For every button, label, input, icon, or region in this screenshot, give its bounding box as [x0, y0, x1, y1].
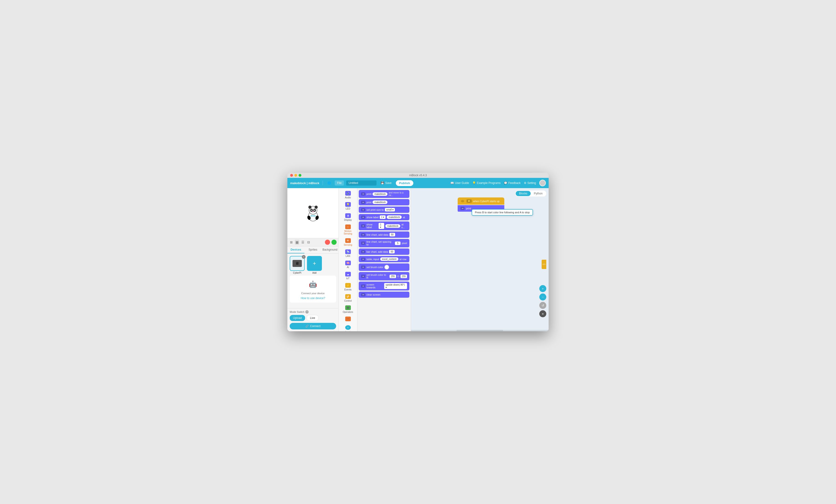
example-programs-icon: 💡 [472, 181, 476, 185]
block-print-1-text: print [366, 193, 371, 195]
connect-icon: 🔗 [305, 325, 309, 328]
user-guide-item[interactable]: 📖 User Guide [451, 181, 469, 185]
file-menu-button[interactable]: File [335, 180, 344, 186]
minimize-button[interactable] [294, 174, 297, 177]
block-show-label-2[interactable]: ▪▪ show label 1 ▾ makeblock at x... [359, 221, 410, 230]
how-to-use-link[interactable]: How to use device? [301, 296, 325, 300]
category-led[interactable]: 💡 LED [340, 201, 356, 211]
tab-devices[interactable]: Devices [287, 247, 304, 253]
device-illustration: 🤖 [306, 278, 320, 290]
display-label: Display [344, 219, 352, 221]
block-label2-dropdown[interactable]: 1 ▾ [379, 223, 384, 229]
cyberpi-device-image: 🖥 [292, 260, 302, 267]
live-mode-button[interactable]: Live [306, 315, 319, 321]
block-table-input[interactable]: ▪▪ table, input excel_content at row [359, 256, 410, 262]
tab-blocks[interactable]: Blocks [516, 191, 530, 196]
events-label: Events [344, 288, 352, 291]
block-label1-dropdown[interactable]: 1 ▾ [380, 215, 385, 219]
block-set-print-size[interactable]: ▪▪ set print size to small ▾ [359, 207, 410, 213]
category-display[interactable]: 🖥 Display [340, 212, 356, 222]
code-expand-button[interactable]: </> [542, 260, 546, 269]
device-close-button[interactable]: × [302, 255, 306, 259]
category-motion[interactable]: ↔ Motion Sensing [340, 223, 356, 236]
block-brush-color-picker[interactable] [384, 265, 389, 270]
block-icon-3: ▪▪ [361, 208, 365, 211]
feedback-item[interactable]: 💬 Feedback [504, 181, 520, 185]
category-iot[interactable]: ☁ IoT [340, 270, 356, 281]
zoom-in-button[interactable]: + [539, 285, 546, 292]
block-brush-color-text: set brush color [366, 266, 383, 269]
block-bar-chart-text: bar chart, add data [366, 250, 388, 253]
category-audio[interactable]: 🔊 Audio [340, 190, 356, 200]
block-print-2[interactable]: ▪▪ print makeblock [359, 199, 410, 206]
category-extension[interactable]: + extension [340, 324, 356, 331]
tab-python[interactable]: Python [531, 191, 546, 196]
category-ai[interactable]: 🧠 AI [340, 259, 356, 270]
scrollbar-thumb[interactable] [456, 330, 503, 331]
category-more[interactable]: ⋯ [340, 315, 356, 323]
add-device-button[interactable]: + [307, 256, 322, 271]
settings-button[interactable]: ≡ [539, 310, 546, 317]
more-icon: ⋯ [345, 316, 351, 321]
cyberpi-device-label: CyberPi [290, 272, 305, 274]
lan-label: LAN [346, 255, 350, 257]
sensing-label: Sensing [344, 244, 352, 246]
extension-icon: + [345, 325, 351, 330]
block-clear-screen[interactable]: ▪▪ clear screen [359, 292, 410, 298]
block-icon-5: ▪▪ [361, 224, 365, 228]
example-programs-label: Example Programs [477, 181, 500, 185]
connect-button[interactable]: 🔗 Connect [290, 323, 336, 329]
block-line-chart-spacing[interactable]: ▪▪ line chart, set spacing to 5 pixel [359, 239, 410, 247]
globe-icon-btn[interactable]: 🌐 [326, 180, 332, 186]
block-show-label-1-text: show label [366, 216, 379, 219]
cyberpi-device-card[interactable]: × 🖥 [290, 256, 305, 271]
layout-btn-4[interactable]: ⊟ [306, 240, 311, 245]
zoom-out-button[interactable]: − [539, 293, 546, 301]
category-sensing[interactable]: 👁 Sensing [340, 237, 356, 248]
code-canvas[interactable]: 🔔 when CyberPi starts up ▪▪ print Press … [411, 188, 549, 330]
publish-button[interactable]: Publish [396, 180, 413, 186]
control-label: Control [344, 299, 352, 302]
run-button[interactable] [331, 240, 337, 245]
category-operators[interactable]: ➕ Operators [340, 304, 356, 315]
reset-view-button[interactable]: ↺ [539, 302, 546, 309]
block-bar-chart-num: 50 [389, 250, 395, 253]
feedback-label: Feedback [508, 181, 520, 185]
layout-btn-2[interactable]: ▦ [295, 240, 299, 245]
block-icon-11: ▪▪ [361, 275, 365, 278]
block-orientation-dropdown[interactable]: upside-down(-90°) ▾ [384, 283, 407, 289]
block-brush-color-rgb[interactable]: ▪▪ set brush color to R 255 G 255 [359, 272, 410, 280]
block-g-label: G [397, 275, 399, 278]
upload-mode-button[interactable]: Upload [290, 315, 305, 321]
user-avatar[interactable] [539, 180, 546, 186]
iot-label: IoT [346, 277, 349, 280]
mode-switch: Mode Switch ? Upload Live 🔗 Connect [287, 308, 339, 331]
event-block[interactable]: 🔔 when CyberPi starts up [458, 197, 504, 205]
block-screen-towards[interactable]: ▪▪ screen towards upside-down(-90°) ▾ [359, 282, 410, 290]
stop-button[interactable] [325, 240, 330, 245]
maximize-button[interactable] [299, 174, 301, 177]
example-programs-item[interactable]: 💡 Example Programs [472, 181, 500, 185]
tab-sprites[interactable]: Sprites [304, 247, 321, 253]
block-label2-suffix: at x... [401, 223, 407, 229]
close-button[interactable] [290, 174, 293, 177]
setting-item[interactable]: ⚙ Setting [524, 181, 536, 185]
block-icon-4: ▪▪ [361, 216, 365, 219]
tab-background[interactable]: Background [321, 247, 339, 253]
block-show-label-1[interactable]: ▪▪ show label 1 ▾ makeblock at [359, 214, 410, 220]
block-size-dropdown[interactable]: small ▾ [385, 208, 395, 211]
layout-btn-1[interactable]: ⊞ [289, 240, 293, 245]
project-title-input[interactable] [346, 180, 377, 186]
save-button[interactable]: 💾 Save [379, 180, 393, 186]
block-set-brush-color[interactable]: ▪▪ set brush color [359, 264, 410, 271]
ai-label: AI [347, 266, 349, 269]
motion-icon: ↔ [345, 225, 351, 229]
category-control[interactable]: 🔁 Control [340, 293, 356, 304]
category-lan[interactable]: 📡 LAN [340, 248, 356, 259]
block-bar-chart-add[interactable]: ▪▪ bar chart, add data 50 [359, 249, 410, 255]
block-line-chart-add[interactable]: ▪▪ line chart, add data 50 [359, 232, 410, 238]
category-events[interactable]: ⚡ Events [340, 282, 356, 292]
layout-btn-3[interactable]: ☰ [301, 240, 305, 245]
block-print-1[interactable]: ▪▪ print makeblock and move to a ne... [359, 190, 410, 198]
event-icon: 🔔 [467, 199, 472, 203]
